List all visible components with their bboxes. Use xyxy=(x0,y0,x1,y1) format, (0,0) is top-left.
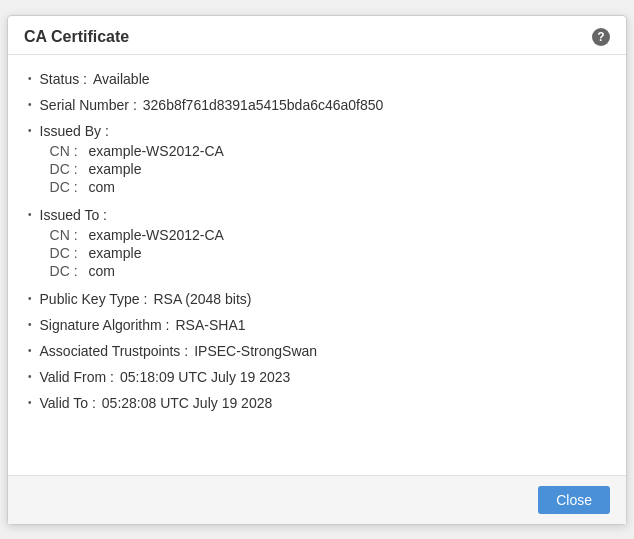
bullet: • xyxy=(28,209,32,220)
trustpoints-content: Associated Trustpoints : IPSEC-StrongSwa… xyxy=(40,343,606,359)
bullet: • xyxy=(28,125,32,136)
field-list: • Status : Available • Serial Number : 3… xyxy=(28,71,606,411)
status-row: Status : Available xyxy=(40,71,606,87)
issued-to-row: Issued To : xyxy=(40,207,606,223)
serial-number-row: Serial Number : 326b8f761d8391a5415bda6c… xyxy=(40,97,606,113)
status-field: • Status : Available xyxy=(28,71,606,87)
issued-by-row: Issued By : xyxy=(40,123,606,139)
bullet: • xyxy=(28,293,32,304)
trustpoints-field: • Associated Trustpoints : IPSEC-StrongS… xyxy=(28,343,606,359)
status-value: Available xyxy=(93,71,150,87)
issued-to-content: Issued To : CN : example-WS2012-CA DC : … xyxy=(40,207,606,281)
trustpoints-label: Associated Trustpoints : xyxy=(40,343,189,359)
public-key-row: Public Key Type : RSA (2048 bits) xyxy=(40,291,606,307)
issued-by-content: Issued By : CN : example-WS2012-CA DC : … xyxy=(40,123,606,197)
issued-to-dc1-value: example xyxy=(89,245,142,261)
signature-label: Signature Algorithm : xyxy=(40,317,170,333)
bullet: • xyxy=(28,99,32,110)
issued-by-cn-label: CN : xyxy=(50,143,85,159)
dialog-footer: Close xyxy=(8,475,626,524)
issued-by-dc2-label: DC : xyxy=(50,179,85,195)
valid-from-row: Valid From : 05:18:09 UTC July 19 2023 xyxy=(40,369,606,385)
status-label: Status : xyxy=(40,71,87,87)
issued-by-sub-fields: CN : example-WS2012-CA DC : example DC :… xyxy=(50,143,606,197)
bullet: • xyxy=(28,371,32,382)
issued-by-cn-value: example-WS2012-CA xyxy=(89,143,224,159)
trustpoints-value: IPSEC-StrongSwan xyxy=(194,343,317,359)
issued-to-dc1-row: DC : example xyxy=(50,245,606,261)
ca-certificate-dialog: CA Certificate ? • Status : Available • xyxy=(7,15,627,525)
public-key-field: • Public Key Type : RSA (2048 bits) xyxy=(28,291,606,307)
issued-by-dc2-row: DC : com xyxy=(50,179,606,195)
issued-to-dc2-value: com xyxy=(89,263,115,279)
issued-by-label: Issued By : xyxy=(40,123,109,139)
bullet: • xyxy=(28,345,32,356)
issued-to-cn-label: CN : xyxy=(50,227,85,243)
valid-from-content: Valid From : 05:18:09 UTC July 19 2023 xyxy=(40,369,606,385)
issued-by-dc1-value: example xyxy=(89,161,142,177)
issued-by-dc1-label: DC : xyxy=(50,161,85,177)
issued-to-field: • Issued To : CN : example-WS2012-CA DC … xyxy=(28,207,606,281)
public-key-label: Public Key Type : xyxy=(40,291,148,307)
dialog-title: CA Certificate xyxy=(24,28,129,46)
signature-content: Signature Algorithm : RSA-SHA1 xyxy=(40,317,606,333)
serial-number-value: 326b8f761d8391a5415bda6c46a0f850 xyxy=(143,97,384,113)
serial-number-content: Serial Number : 326b8f761d8391a5415bda6c… xyxy=(40,97,606,113)
dialog-body: • Status : Available • Serial Number : 3… xyxy=(8,55,626,475)
valid-from-label: Valid From : xyxy=(40,369,114,385)
valid-to-content: Valid To : 05:28:08 UTC July 19 2028 xyxy=(40,395,606,411)
serial-number-label: Serial Number : xyxy=(40,97,137,113)
issued-to-dc2-row: DC : com xyxy=(50,263,606,279)
issued-to-dc1-label: DC : xyxy=(50,245,85,261)
issued-to-dc2-label: DC : xyxy=(50,263,85,279)
valid-to-value: 05:28:08 UTC July 19 2028 xyxy=(102,395,272,411)
signature-field: • Signature Algorithm : RSA-SHA1 xyxy=(28,317,606,333)
issued-to-cn-value: example-WS2012-CA xyxy=(89,227,224,243)
signature-row: Signature Algorithm : RSA-SHA1 xyxy=(40,317,606,333)
serial-number-field: • Serial Number : 326b8f761d8391a5415bda… xyxy=(28,97,606,113)
issued-by-dc1-row: DC : example xyxy=(50,161,606,177)
public-key-content: Public Key Type : RSA (2048 bits) xyxy=(40,291,606,307)
issued-to-label: Issued To : xyxy=(40,207,107,223)
issued-by-field: • Issued By : CN : example-WS2012-CA DC … xyxy=(28,123,606,197)
valid-to-field: • Valid To : 05:28:08 UTC July 19 2028 xyxy=(28,395,606,411)
issued-to-sub-fields: CN : example-WS2012-CA DC : example DC :… xyxy=(50,227,606,281)
close-button[interactable]: Close xyxy=(538,486,610,514)
valid-from-field: • Valid From : 05:18:09 UTC July 19 2023 xyxy=(28,369,606,385)
bullet: • xyxy=(28,319,32,330)
public-key-value: RSA (2048 bits) xyxy=(153,291,251,307)
issued-by-cn-row: CN : example-WS2012-CA xyxy=(50,143,606,159)
issued-to-cn-row: CN : example-WS2012-CA xyxy=(50,227,606,243)
status-content: Status : Available xyxy=(40,71,606,87)
help-icon[interactable]: ? xyxy=(592,28,610,46)
issued-by-dc2-value: com xyxy=(89,179,115,195)
valid-from-value: 05:18:09 UTC July 19 2023 xyxy=(120,369,290,385)
dialog-header: CA Certificate ? xyxy=(8,16,626,55)
trustpoints-row: Associated Trustpoints : IPSEC-StrongSwa… xyxy=(40,343,606,359)
bullet: • xyxy=(28,397,32,408)
valid-to-label: Valid To : xyxy=(40,395,96,411)
valid-to-row: Valid To : 05:28:08 UTC July 19 2028 xyxy=(40,395,606,411)
bullet: • xyxy=(28,73,32,84)
signature-value: RSA-SHA1 xyxy=(175,317,245,333)
